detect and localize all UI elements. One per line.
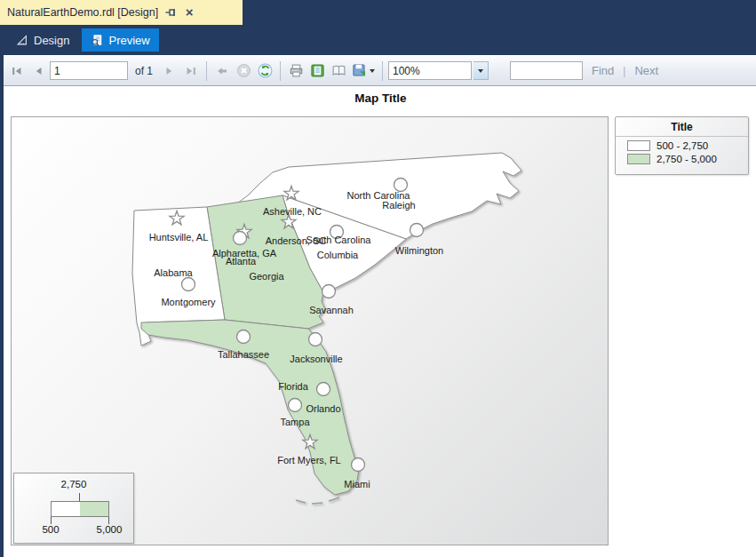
close-icon[interactable]: ×	[183, 6, 195, 19]
map-label: Tallahassee	[218, 349, 269, 360]
legend-title: Title	[616, 117, 748, 137]
scale-max-label: 5,000	[89, 524, 130, 535]
find-button[interactable]: Find	[585, 64, 621, 77]
stop-button[interactable]	[234, 60, 253, 82]
map-label: Tampa	[280, 417, 310, 427]
scale-segment	[52, 502, 80, 516]
find-input[interactable]	[510, 61, 583, 80]
zoom-dropdown-button[interactable]	[473, 61, 489, 80]
scale-min-label: 500	[30, 524, 71, 535]
document-tab-title: NaturalEarthDemo.rdl [Design]	[7, 6, 158, 19]
report-preview-area: Map Title North CarolinaRaleighAs	[4, 86, 756, 557]
print-layout-button[interactable]	[307, 60, 327, 82]
legend-entry-label: 500 - 2,750	[657, 140, 708, 151]
map-viewport: North CarolinaRaleighAsheville, NCHuntsv…	[11, 116, 609, 545]
legend-swatch	[627, 154, 650, 164]
legend-entries: 500 - 2,7502,750 - 5,000	[616, 137, 748, 164]
toolbar-separator	[382, 61, 383, 81]
design-ruler-icon	[16, 34, 28, 46]
preview-toolbar: of 1	[4, 55, 756, 86]
map-label: Wilmington	[395, 245, 443, 256]
next-button[interactable]: Next	[627, 64, 665, 77]
mode-tab-bar: Design Preview	[0, 25, 756, 55]
refresh-button[interactable]	[255, 60, 275, 82]
export-dropdown-caret[interactable]	[370, 69, 375, 73]
tab-design-label: Design	[34, 34, 69, 47]
map-label: Fort Myers, FL	[277, 455, 341, 465]
print-button[interactable]	[286, 60, 306, 82]
legend-entry: 2,750 - 5,000	[627, 154, 748, 164]
orlando-north-circle-marker	[317, 383, 330, 396]
map-label: Asheville, NC	[263, 206, 322, 217]
map-label: Atlanta	[226, 256, 257, 267]
map-label: Florida	[278, 381, 309, 392]
zoom-input[interactable]	[388, 61, 472, 80]
atlanta-circle-marker	[234, 232, 247, 245]
page-count-label: of 1	[130, 65, 158, 77]
map-label: Anderson, SC	[266, 235, 327, 246]
montgomery-circle-marker	[182, 278, 195, 291]
scale-mid-tick	[79, 493, 80, 501]
wilmington-circle-marker	[410, 224, 424, 237]
legend-swatch	[627, 140, 650, 151]
find-next-separator: |	[623, 65, 625, 77]
document-tab-strip: NaturalEarthDemo.rdl [Design] ×	[0, 0, 756, 25]
app-window: NaturalEarthDemo.rdl [Design] × D	[0, 0, 756, 557]
legend-entry: 500 - 2,750	[627, 140, 748, 151]
page-setup-button[interactable]	[329, 60, 348, 82]
window-frame-edge	[0, 25, 4, 557]
map-label: Georgia	[249, 271, 284, 282]
map-report-title: Map Title	[11, 92, 751, 105]
tab-preview-label: Preview	[108, 34, 149, 47]
savannah-circle-marker	[322, 285, 336, 298]
map-legend: Title 500 - 2,7502,750 - 5,000	[615, 116, 749, 175]
scale-segment	[80, 502, 108, 516]
florida-keys	[296, 497, 339, 504]
tab-design[interactable]: Design	[7, 28, 78, 52]
color-scale-box: 2,750 500 5,000	[13, 473, 134, 544]
scale-min-tick	[51, 517, 52, 524]
orlando-circle-marker	[289, 399, 302, 412]
document-tab[interactable]: NaturalEarthDemo.rdl [Design] ×	[0, 0, 243, 25]
pin-icon[interactable]	[164, 6, 177, 19]
last-page-button[interactable]	[181, 60, 201, 82]
page-number-input[interactable]	[50, 61, 128, 80]
map-label: Huntsville, AL	[149, 232, 209, 243]
back-button[interactable]	[212, 60, 232, 82]
map-label: Savannah	[309, 305, 354, 315]
toolbar-separator	[206, 61, 207, 81]
scale-bar	[51, 501, 109, 517]
chevron-down-icon	[478, 69, 483, 73]
map-label: Miami	[344, 479, 370, 489]
legend-entry-label: 2,750 - 5,000	[657, 154, 717, 164]
map-label: Orlando	[306, 403, 340, 414]
tab-preview[interactable]: Preview	[82, 28, 158, 52]
map-label: Alabama	[154, 267, 193, 278]
scale-max-tick	[108, 517, 109, 524]
first-page-button[interactable]	[7, 60, 27, 82]
scale-mid-label: 2,750	[14, 479, 133, 489]
map-label: Columbia	[317, 250, 359, 260]
map-label: Jacksonville	[290, 354, 342, 364]
toolbar-separator	[280, 61, 281, 81]
previous-page-button[interactable]	[28, 60, 48, 82]
preview-report-icon	[91, 34, 103, 46]
miami-circle-marker	[352, 458, 365, 472]
export-button[interactable]	[350, 60, 377, 82]
jacksonville-circle-marker	[309, 333, 322, 346]
map-label: Montgomery	[161, 297, 216, 307]
tallahassee-circle-marker	[237, 330, 251, 344]
map-label: Raleigh	[382, 200, 415, 211]
next-page-button[interactable]	[160, 60, 179, 82]
